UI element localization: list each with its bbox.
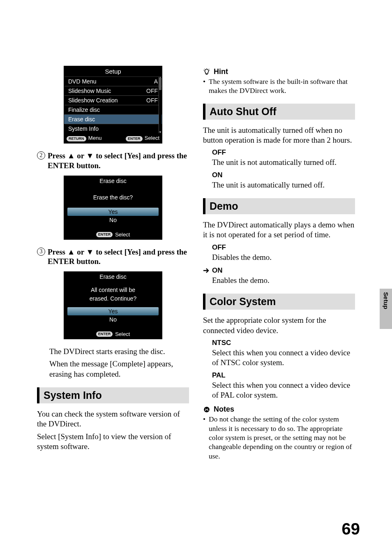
arrow-up-icon: ▲ — [67, 151, 75, 160]
page-number: 69 — [342, 520, 360, 538]
dialog-option-no: No — [64, 216, 162, 224]
hint-label: Hint — [214, 67, 228, 76]
dialog-title: Erase disc — [64, 176, 162, 186]
dialog-prompt: All content will be erased. Continue? — [64, 282, 162, 307]
footer-enter: ENTER Select — [126, 135, 159, 141]
setup-row-value: A — [154, 78, 158, 85]
body-paragraph: Select [System Info] to view the version… — [37, 432, 189, 452]
arrow-up-icon: ▲ — [67, 248, 75, 256]
dialog-option-yes: Yes — [67, 307, 159, 315]
section-demo: Demo — [203, 198, 355, 214]
step-number: 3 — [37, 248, 45, 256]
bullet-icon: • — [203, 77, 209, 95]
arrow-down-icon: ▼ — [86, 248, 94, 256]
step-text: Press ▲ or ▼ to select [Yes] and press t… — [48, 247, 189, 267]
erase-disc-dialog-2: Erase disc All content will be erased. C… — [64, 271, 162, 339]
setup-row-erase-disc: Erase disc — [64, 115, 162, 124]
section-auto-shut-off: Auto Shut Off — [203, 104, 355, 120]
setup-row-value: OFF — [146, 88, 158, 94]
body-paragraph: The DVDirect automatically plays a demo … — [203, 220, 355, 240]
side-tab-label: Setup — [383, 292, 390, 309]
setup-row-slideshow-music: Slideshow Music OFF — [64, 86, 162, 96]
arrow-down-icon: ▼ — [86, 151, 94, 160]
notes-heading: Notes — [203, 405, 355, 414]
lightbulb-icon — [203, 68, 210, 76]
setup-row-label: Slideshow Creation — [68, 97, 118, 104]
setup-row-label: Finalize disc — [68, 107, 100, 113]
body-paragraph: The unit is automatically turned off whe… — [203, 125, 355, 146]
setup-row-finalize-disc: Finalize disc — [64, 105, 162, 115]
setup-screen-title: Setup — [64, 66, 162, 77]
option-off-label: OFF — [212, 243, 355, 252]
return-pill: RETURN — [67, 136, 86, 141]
setup-row-dvd-menu: DVD Menu A — [64, 77, 162, 86]
enter-pill: ENTER — [96, 331, 113, 337]
option-on-row: ON — [203, 266, 355, 275]
dialog-option-yes: Yes — [67, 208, 159, 216]
erase-disc-dialog-1: Erase disc Erase the disc? Yes No ENTER … — [64, 176, 162, 240]
option-pal-desc: Select this when you connect a video dev… — [212, 380, 355, 401]
option-pal-label: PAL — [212, 371, 355, 380]
scrollbar-thumb — [159, 78, 161, 90]
setup-screen: Setup DVD Menu A Slideshow Music OFF Sli… — [64, 66, 162, 144]
setup-row-value: OFF — [146, 97, 158, 104]
setup-row-system-info: System Info — [64, 124, 162, 133]
dialog-prompt: Erase the disc? — [64, 186, 162, 208]
dialog-option-no: No — [64, 315, 162, 324]
enter-pill: ENTER — [96, 232, 113, 237]
hint-bullet: • The system software is the built-in so… — [203, 77, 355, 95]
option-off-desc: Disables the demo. — [212, 252, 355, 262]
option-ntsc-label: NTSC — [212, 339, 355, 347]
svg-point-2 — [207, 408, 208, 409]
scrollbar: ▲ ▼ — [159, 77, 161, 133]
arrow-right-icon — [203, 268, 210, 273]
option-on-desc: Enables the demo. — [212, 276, 355, 285]
dialog-title: Erase disc — [64, 272, 162, 282]
body-paragraph: When the message [Complete] appears, era… — [49, 359, 189, 379]
section-system-info: System Info — [37, 387, 189, 403]
body-paragraph: Set the appropriate color system for the… — [203, 315, 355, 336]
setup-row-label: Slideshow Music — [68, 88, 111, 94]
svg-point-1 — [205, 408, 206, 409]
notes-bullet: • Do not change the setting of the color… — [203, 414, 355, 461]
step-3: 3 Press ▲ or ▼ to select [Yes] and press… — [37, 247, 189, 267]
step-text: Press ▲ or ▼ to select [Yes] and press t… — [48, 151, 189, 171]
section-color-system: Color System — [203, 294, 355, 310]
body-paragraph: The DVDirect starts erasing the disc. — [49, 347, 189, 357]
step-number: 2 — [37, 151, 45, 160]
option-ntsc-desc: Select this when you connect a video dev… — [212, 348, 355, 368]
footer-enter-label: Select — [115, 232, 130, 238]
option-off-label: OFF — [212, 148, 355, 157]
footer-enter-label: Select — [145, 135, 159, 141]
scrollbar-arrow-down-icon: ▼ — [159, 131, 161, 134]
footer-return: RETURN Menu — [67, 135, 101, 141]
setup-row-label: Erase disc — [68, 116, 95, 123]
footer-return-label: Menu — [88, 135, 102, 141]
setup-row-label: DVD Menu — [68, 78, 96, 85]
setup-row-label: System Info — [68, 125, 99, 132]
bullet-icon: • — [203, 414, 209, 461]
notes-label: Notes — [214, 405, 234, 414]
setup-row-slideshow-creation: Slideshow Creation OFF — [64, 96, 162, 105]
option-on-desc: The unit is automatically turned off. — [212, 180, 355, 190]
option-on-label: ON — [212, 266, 223, 275]
step-2: 2 Press ▲ or ▼ to select [Yes] and press… — [37, 151, 189, 171]
body-paragraph: You can check the system software versio… — [37, 409, 189, 429]
option-off-desc: The unit is not automatically turned off… — [212, 157, 355, 167]
footer-enter-label: Select — [115, 331, 130, 337]
hint-heading: Hint — [203, 67, 355, 76]
notes-icon — [203, 406, 210, 413]
option-on-label: ON — [212, 171, 355, 179]
enter-pill: ENTER — [126, 136, 143, 141]
